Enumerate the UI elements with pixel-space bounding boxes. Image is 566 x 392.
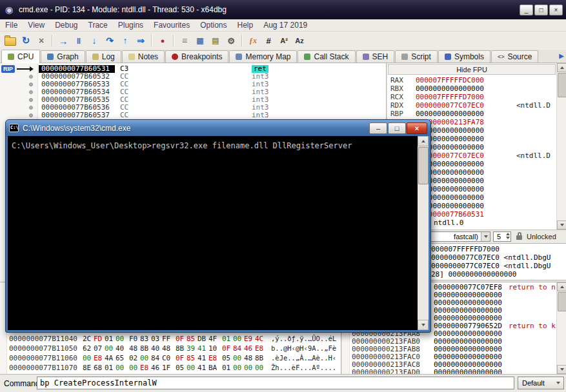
- argument-row[interactable]: 0000000077C07EC0 <ntdll.DbgU: [431, 253, 551, 262]
- minimize-button[interactable]: _: [520, 5, 533, 15]
- cmd-console[interactable]: C:\Users\Windows_User\Desktop>regsvr32.e…: [8, 136, 429, 330]
- tab-script[interactable]: Script: [395, 50, 438, 63]
- cmd-maximize-button[interactable]: □: [388, 122, 406, 134]
- breakpoint-icon[interactable]: ●: [155, 34, 170, 48]
- dump-row[interactable]: 0000000077B1106000E84A65020084C00F8541E8…: [0, 353, 341, 363]
- tab-call-stack[interactable]: Call Stack: [298, 50, 355, 63]
- scroll-down-button[interactable]: [557, 220, 566, 230]
- lock-icon[interactable]: [516, 232, 523, 240]
- registers-scrollbar[interactable]: [556, 63, 566, 230]
- settings-gear-icon[interactable]: ⚙: [223, 34, 239, 48]
- dump-row[interactable]: 0000000077B110402CFD0100F08303FF0F85DB4F…: [0, 334, 341, 344]
- scroll-up-button[interactable]: [557, 282, 566, 291]
- argument-row[interactable]: 28] 0000000000000000: [431, 270, 516, 279]
- scroll-up-button[interactable]: [418, 136, 429, 146]
- register-value: 0000000077C07EC0: [416, 101, 484, 110]
- run-icon[interactable]: →: [56, 34, 71, 48]
- trace-record-icon[interactable]: ≡: [177, 34, 192, 48]
- scrollbar-thumb[interactable]: [558, 292, 566, 311]
- command-mode-select[interactable]: Default: [518, 377, 564, 389]
- tab-cpu[interactable]: CPU: [1, 50, 40, 63]
- close-button[interactable]: ×: [549, 5, 563, 15]
- dump-byte: 41: [197, 363, 206, 373]
- argument-row[interactable]: 000007FFFFFD7000: [431, 245, 500, 253]
- menu-item-favourites[interactable]: Favourites: [148, 20, 195, 30]
- tab-notes[interactable]: Notes: [122, 50, 165, 63]
- cmd-titlebar[interactable]: C:\ C:\Windows\system32\cmd.exe – □ ×: [6, 120, 430, 136]
- cmd-scrollbar[interactable]: [418, 136, 429, 330]
- dump-byte: 85: [187, 353, 195, 363]
- stack-scrollbar[interactable]: [556, 282, 566, 374]
- scroll-up-button[interactable]: [557, 63, 566, 72]
- command-input[interactable]: [37, 377, 514, 389]
- dump-byte: 00: [83, 353, 91, 363]
- breakpoint-dot-icon[interactable]: [29, 113, 33, 117]
- restart-icon[interactable]: ↻: [18, 34, 34, 48]
- menu-item-view[interactable]: View: [23, 20, 50, 30]
- tab-symbols[interactable]: Symbols: [438, 50, 490, 63]
- breakpoint-dot-icon[interactable]: [29, 98, 33, 102]
- scrollbar-thumb[interactable]: [558, 73, 566, 97]
- cmd-minimize-button[interactable]: –: [369, 122, 387, 134]
- menu-item-debug[interactable]: Debug: [50, 20, 83, 30]
- tab-graph[interactable]: Graph: [41, 50, 85, 63]
- sort-az-icon[interactable]: Az: [292, 34, 307, 48]
- memory-map-tab-icon: [236, 54, 242, 60]
- dump-byte: 40: [116, 344, 124, 353]
- cmd-close-button[interactable]: ×: [407, 122, 427, 134]
- breakpoint-dot-icon[interactable]: [29, 90, 33, 94]
- preferences-font-icon[interactable]: A²: [276, 34, 292, 48]
- tab-log[interactable]: Log: [86, 50, 121, 63]
- main-titlebar[interactable]: ◉ cmd.exe - PID: 134 - Module: ntdll.dll…: [0, 0, 566, 19]
- register-row[interactable]: RCX000007FFFFFD7000: [387, 93, 556, 101]
- memory-map-icon[interactable]: ▦: [192, 34, 208, 48]
- register-name: RBP: [390, 110, 403, 118]
- register-value: 0000000000000000: [416, 110, 484, 118]
- dump-byte: 4F: [208, 334, 217, 344]
- step-over-icon[interactable]: ↷: [102, 34, 117, 48]
- patch-icon[interactable]: #: [261, 34, 276, 48]
- pause-icon[interactable]: ‖: [71, 34, 86, 48]
- open-file-icon[interactable]: [3, 34, 18, 48]
- register-row[interactable]: RDX0000000077C07EC0<ntdll.D: [387, 101, 556, 110]
- menu-item-plugins[interactable]: Plugins: [113, 20, 148, 30]
- tab-breakpoints[interactable]: Breakpoints: [165, 50, 228, 63]
- dump-row[interactable]: 0000000077B1105062070040488B40488B394110…: [0, 344, 341, 353]
- tab-memory-map[interactable]: Memory Map: [229, 50, 297, 63]
- menu-item-trace[interactable]: Trace: [83, 20, 113, 30]
- dump-byte: 00: [129, 363, 137, 373]
- step-out-icon[interactable]: ↑: [117, 34, 133, 48]
- stop-icon[interactable]: ×: [34, 34, 49, 48]
- dump-row[interactable]: 0000000077B110708E68010000E8461F050041BA…: [0, 363, 341, 373]
- scroll-down-button[interactable]: [557, 365, 566, 374]
- menu-item-file[interactable]: File: [0, 20, 23, 30]
- run-to-user-code-icon[interactable]: ⇒: [133, 34, 148, 48]
- breakpoint-dot-icon[interactable]: [29, 83, 33, 86]
- register-name: RDX: [390, 101, 403, 110]
- log-window-icon[interactable]: ▤: [208, 34, 223, 48]
- step-into-icon[interactable]: ↓: [86, 34, 102, 48]
- tab-overflow-arrow[interactable]: ▶: [559, 52, 564, 59]
- argument-row[interactable]: 0000000077C07EC0 <ntdll.DbgU: [431, 262, 551, 270]
- scroll-down-button[interactable]: [418, 320, 429, 330]
- assemble-icon[interactable]: ƒx: [245, 34, 261, 48]
- register-row[interactable]: RBX0000000000000000: [387, 84, 556, 93]
- breakpoint-dot-icon[interactable]: [29, 75, 33, 79]
- tab-seh[interactable]: SEH: [356, 50, 395, 63]
- dump-byte: 48: [129, 344, 137, 353]
- argument-count-spinner[interactable]: 5: [493, 231, 511, 242]
- dump-byte: 0F: [176, 353, 184, 363]
- stack-row[interactable]: 000000000213FAD00000000000000000: [342, 369, 556, 374]
- menu-item-help[interactable]: Help: [232, 20, 259, 30]
- restore-button[interactable]: □: [534, 5, 548, 15]
- register-row[interactable]: RAX000007FFFFFDC000: [387, 76, 556, 84]
- cmd-prompt-icon[interactable]: C:\: [9, 124, 19, 132]
- register-row[interactable]: RBP0000000000000000: [387, 110, 556, 118]
- menu-item-options[interactable]: Options: [195, 20, 232, 30]
- breakpoint-dot-icon[interactable]: [29, 106, 33, 110]
- register-value: 000007FFFFFD7000: [416, 93, 484, 101]
- tab-source[interactable]: <>Source: [491, 50, 539, 63]
- dump-byte: 41: [197, 353, 206, 363]
- scrollbar-thumb[interactable]: [418, 147, 429, 184]
- dump-byte: 00: [116, 334, 124, 344]
